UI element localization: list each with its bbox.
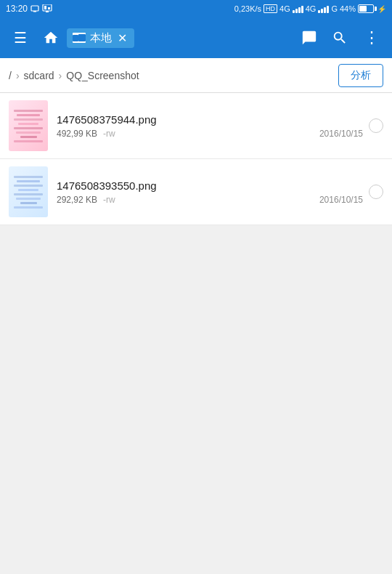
breadcrumb-root[interactable]: / bbox=[9, 70, 12, 81]
status-right: 0,23K/s HD 4G 4G G 44% ⚡ bbox=[234, 4, 386, 13]
more-button[interactable]: ⋮ bbox=[357, 23, 386, 52]
svg-rect-5 bbox=[48, 7, 50, 9]
file-thumbnail bbox=[9, 100, 48, 151]
home-icon bbox=[43, 30, 59, 46]
tab-folder-icon bbox=[73, 33, 86, 43]
svg-rect-1 bbox=[33, 11, 36, 12]
empty-area bbox=[0, 225, 392, 509]
breadcrumb-bar: / › sdcard › QQ_Screenshot 分析 bbox=[0, 58, 392, 93]
file-permissions: -rw bbox=[103, 129, 115, 139]
analyze-button[interactable]: 分析 bbox=[338, 64, 383, 87]
tab-close-button[interactable]: ✕ bbox=[116, 31, 128, 45]
device-icon bbox=[42, 4, 52, 13]
time-display: 13:20 bbox=[6, 4, 28, 14]
svg-rect-3 bbox=[46, 11, 49, 12]
home-button[interactable] bbox=[38, 23, 64, 52]
more-icon: ⋮ bbox=[364, 28, 380, 47]
file-size: 292,92 KB bbox=[57, 195, 97, 205]
file-size: 492,99 KB bbox=[57, 129, 97, 139]
file-item[interactable]: 1476508393550.png 292,92 KB -rw 2016/10/… bbox=[0, 159, 392, 225]
svg-rect-4 bbox=[44, 6, 46, 9]
chat-icon bbox=[301, 30, 317, 46]
breadcrumb-folder[interactable]: QQ_Screenshot bbox=[66, 70, 139, 81]
search-button[interactable] bbox=[325, 23, 354, 52]
file-date: 2016/10/15 bbox=[319, 129, 363, 139]
file-info: 1476508393550.png 292,92 KB -rw 2016/10/… bbox=[57, 179, 363, 205]
4g-icon: 4G bbox=[279, 4, 290, 13]
file-permissions: -rw bbox=[103, 195, 115, 205]
tab-label: 本地 bbox=[90, 31, 112, 45]
file-meta: 292,92 KB -rw 2016/10/15 bbox=[57, 195, 363, 205]
battery-icon: ⚡ bbox=[358, 4, 386, 13]
svg-rect-0 bbox=[31, 6, 38, 11]
menu-icon: ☰ bbox=[14, 29, 27, 47]
g-label: G bbox=[331, 4, 338, 13]
chat-button[interactable] bbox=[296, 23, 322, 52]
hd-badge: HD bbox=[264, 4, 277, 13]
file-name: 1476508393550.png bbox=[57, 179, 363, 192]
nav-bar: ☰ 本地 ✕ ⋮ bbox=[0, 17, 392, 58]
file-meta: 492,99 KB -rw 2016/10/15 bbox=[57, 129, 363, 139]
file-item[interactable]: 1476508375944.png 492,99 KB -rw 2016/10/… bbox=[0, 93, 392, 159]
status-left: 13:20 bbox=[6, 4, 52, 14]
status-bar: 13:20 0,23K/s HD 4G 4G G 44% bbox=[0, 0, 392, 17]
signal-bars-1 bbox=[293, 4, 303, 13]
local-tab[interactable]: 本地 ✕ bbox=[67, 28, 134, 48]
file-date: 2016/10/15 bbox=[319, 195, 363, 205]
breadcrumb-sep-2: › bbox=[57, 70, 64, 81]
signal-bars-2 bbox=[318, 4, 329, 13]
file-info: 1476508375944.png 492,99 KB -rw 2016/10/… bbox=[57, 113, 363, 139]
search-icon bbox=[332, 30, 348, 46]
file-select-checkbox[interactable] bbox=[369, 185, 383, 199]
battery-percent: 44% bbox=[340, 4, 356, 13]
4g-icon-2: 4G bbox=[306, 4, 317, 13]
file-name: 1476508375944.png bbox=[57, 113, 363, 126]
menu-button[interactable]: ☰ bbox=[6, 23, 35, 52]
file-thumbnail bbox=[9, 166, 48, 217]
speed-display: 0,23K/s bbox=[234, 4, 261, 13]
file-select-checkbox[interactable] bbox=[369, 118, 383, 133]
breadcrumb-sep-1: › bbox=[15, 70, 21, 81]
file-list: 1476508375944.png 492,99 KB -rw 2016/10/… bbox=[0, 93, 392, 225]
screen-icon bbox=[30, 4, 39, 13]
breadcrumb-sdcard[interactable]: sdcard bbox=[24, 70, 54, 81]
svg-rect-2 bbox=[43, 4, 52, 11]
